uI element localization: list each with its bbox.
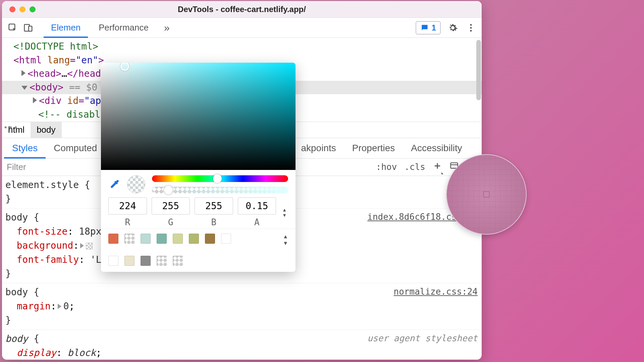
tab-styles[interactable]: Styles: [4, 138, 46, 158]
svg-point-3: [470, 24, 472, 25]
issues-count: 1: [432, 23, 436, 33]
swatch[interactable]: [141, 234, 151, 244]
g-input[interactable]: [152, 197, 190, 215]
alpha-thumb[interactable]: [164, 186, 173, 194]
eyedropper-icon[interactable]: [108, 178, 120, 190]
cls-toggle[interactable]: .cls: [404, 162, 425, 172]
selected-line-dots-icon[interactable]: •••: [3, 122, 19, 133]
expand-icon[interactable]: [21, 70, 25, 76]
eyedropper-magnifier[interactable]: [446, 154, 527, 235]
rule-body-normalize[interactable]: normalize.css:24 body { margin:0; }: [2, 283, 482, 330]
spectrum-cursor[interactable]: [120, 63, 129, 71]
minimize-window-button[interactable]: [19, 6, 25, 12]
swatch[interactable]: [124, 234, 135, 244]
settings-icon[interactable]: [447, 22, 459, 34]
color-spectrum[interactable]: [101, 63, 296, 170]
more-tabs-icon[interactable]: »: [159, 22, 174, 34]
swatch[interactable]: [141, 256, 151, 266]
dom-scrollbar[interactable]: [476, 40, 481, 100]
main-area: <!DOCTYPE html> <html lang="en"> <head>……: [2, 38, 482, 360]
expand-icon[interactable]: [33, 97, 37, 103]
expand-icon[interactable]: [58, 304, 61, 309]
swatch[interactable]: [108, 256, 118, 266]
color-picker: R G B A ▲▼ ▲▼: [101, 63, 296, 272]
toolbar-right: 1: [416, 21, 477, 35]
tab-performance[interactable]: Performance: [91, 18, 156, 38]
expand-icon[interactable]: [80, 243, 84, 248]
alpha-slider[interactable]: [152, 187, 288, 193]
swatch[interactable]: [124, 256, 135, 266]
close-window-button[interactable]: [9, 6, 15, 12]
svg-point-4: [470, 27, 472, 28]
color-swatches: ▲▼: [101, 229, 296, 272]
swatch[interactable]: [189, 234, 199, 244]
color-preview: [127, 175, 145, 193]
zoom-window-button[interactable]: [30, 6, 36, 12]
a-input[interactable]: [238, 197, 276, 215]
ua-label: user agent stylesheet: [367, 332, 478, 345]
devtools-window: DevTools - coffee-cart.netlify.app/ Elem…: [2, 1, 482, 360]
main-toolbar: Elemen Performance » 1: [2, 18, 482, 38]
swatch[interactable]: [108, 234, 118, 244]
tab-computed[interactable]: Computed: [46, 138, 105, 158]
svg-rect-2: [29, 26, 32, 31]
hue-thumb[interactable]: [213, 174, 222, 183]
swatch[interactable]: [157, 234, 167, 244]
new-style-rule-icon[interactable]: [433, 161, 442, 173]
source-link[interactable]: normalize.css:24: [394, 285, 478, 298]
swatch[interactable]: [221, 234, 231, 244]
tab-breakpoints[interactable]: akpoints: [293, 138, 344, 158]
tab-properties[interactable]: Properties: [344, 138, 403, 158]
inspect-element-icon[interactable]: [7, 22, 19, 34]
color-swatch-icon[interactable]: [86, 243, 93, 249]
swatch[interactable]: [173, 256, 183, 266]
panel-tabs: Elemen: [44, 18, 88, 38]
window-controls: [2, 6, 36, 12]
tab-accessibility[interactable]: Accessibility: [403, 138, 470, 158]
kebab-menu-icon[interactable]: [465, 22, 477, 34]
collapse-icon[interactable]: [21, 86, 28, 90]
rule-body-ua[interactable]: user agent stylesheet body { display: bl…: [2, 330, 482, 360]
swatch-set-toggle[interactable]: ▲▼: [283, 234, 288, 246]
swatch[interactable]: [173, 234, 183, 244]
svg-point-5: [470, 30, 472, 32]
hue-slider[interactable]: [152, 175, 288, 182]
device-toolbar-icon[interactable]: [22, 22, 34, 34]
issues-badge[interactable]: 1: [416, 21, 441, 35]
hov-toggle[interactable]: :hov: [376, 162, 397, 172]
swatch[interactable]: [205, 234, 215, 244]
b-input[interactable]: [195, 197, 233, 215]
breadcrumb-body[interactable]: body: [31, 122, 61, 138]
tab-elements[interactable]: Elemen: [44, 18, 88, 38]
color-mode-toggle[interactable]: ▲▼: [281, 207, 288, 218]
window-title: DevTools - coffee-cart.netlify.app/: [178, 5, 306, 14]
r-input[interactable]: [108, 197, 147, 215]
swatch[interactable]: [157, 256, 167, 266]
titlebar: DevTools - coffee-cart.netlify.app/: [2, 1, 482, 18]
